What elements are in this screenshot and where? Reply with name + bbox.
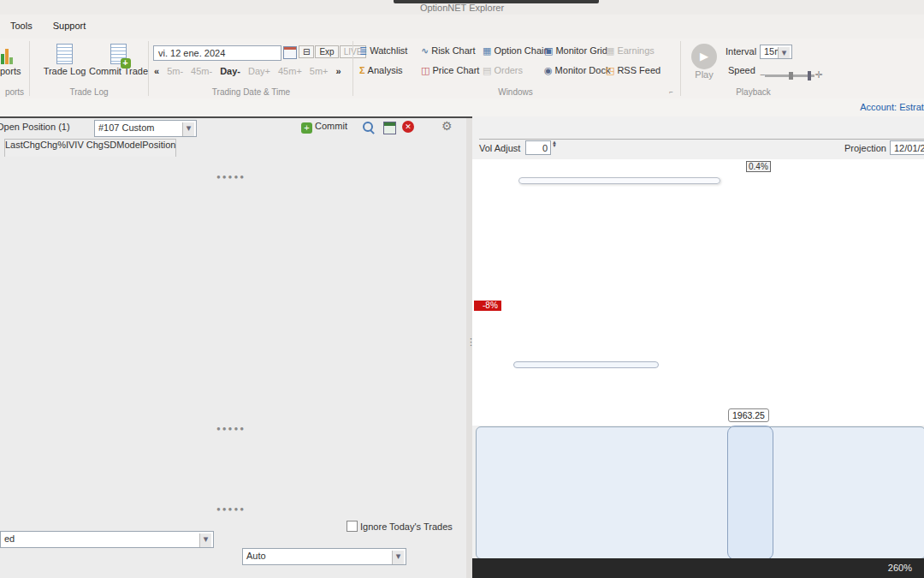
menu-item-support[interactable]: Support <box>43 15 97 31</box>
orders-icon: ▤ <box>483 65 491 75</box>
windows-row1: ≣Watchlist∿Risk Chart▦Option Chain▣Monit… <box>359 45 676 57</box>
rss-icon: ◳ <box>606 65 614 75</box>
spinner-arrows[interactable]: ▲▼ <box>552 140 557 147</box>
risk-chart-canvas <box>472 159 924 426</box>
column-header: IV Chg <box>74 140 104 150</box>
date-nav-Day+[interactable]: Day+ <box>248 66 270 76</box>
column-header: Model <box>116 140 142 150</box>
option-chain-bottom <box>0 431 466 507</box>
date-nav-Day-[interactable]: Day- <box>220 66 240 76</box>
monitor-grid-icon: ▣ <box>544 45 553 56</box>
windows-group-label: Windows <box>355 87 676 97</box>
position-summary-table: LastChgChg%IVIV ChgSDModelPosition <box>4 139 176 157</box>
vol-adjust-input[interactable]: 0 <box>525 140 551 155</box>
group-expand-icon[interactable]: ⌐ <box>669 88 673 96</box>
commit-button[interactable]: + Commit <box>301 121 347 134</box>
windows-button-option-chain[interactable]: ▦Option Chain <box>483 45 544 57</box>
interval-select[interactable]: 15m <box>760 45 792 59</box>
group-separator <box>680 41 681 96</box>
search-icon[interactable] <box>363 122 374 133</box>
windows-button-label: Orders <box>494 65 523 75</box>
ribbon-toolbar: ports ports Trade Log Commit Trade Trade… <box>0 39 924 99</box>
ignore-trades-checkbox[interactable]: Ignore Today's Trades <box>346 521 453 532</box>
speed-label: Speed <box>728 65 755 75</box>
vertical-splitter[interactable]: ⋮ <box>466 118 472 578</box>
column-header: Chg <box>23 140 40 150</box>
windows-button-risk-chart[interactable]: ∿Risk Chart <box>421 45 483 57</box>
windows-button-price-chart[interactable]: ◫Price Chart <box>421 65 483 76</box>
vol-adjust-label: Vol Adjust <box>479 143 520 153</box>
windows-button-label: Analysis <box>368 65 403 75</box>
interval-label: Interval <box>726 46 756 57</box>
positions-panel: Open Position (1) #107 Custom + Commit ✕… <box>0 118 466 578</box>
current-move-box: 0.4% <box>746 161 771 172</box>
commit-trade-button[interactable]: Commit Trade <box>89 44 147 76</box>
windows-button-earnings[interactable]: ▦Earnings <box>606 45 667 57</box>
windows-button-label: Risk Chart <box>431 45 475 56</box>
playback-group-label: Playback <box>683 87 824 97</box>
windows-button-monitor-grid[interactable]: ▣Monitor Grid <box>544 45 606 57</box>
column-header: SD <box>104 140 116 150</box>
column-header: IV <box>66 140 74 150</box>
exp-button[interactable]: Exp <box>315 45 338 58</box>
date-lines-annotation <box>513 361 659 368</box>
candlestick-icon: ◫ <box>421 65 429 75</box>
zoom-level: 260% <box>888 563 912 573</box>
windows-button-monitor-dock[interactable]: ◉Monitor Dock <box>544 65 606 76</box>
menu-item-tools[interactable]: Tools <box>0 15 43 31</box>
settings-gear-icon[interactable]: ⚙ <box>441 119 453 133</box>
trade-log-button[interactable]: Trade Log <box>41 44 88 76</box>
windows-button-orders[interactable]: ▤Orders <box>483 65 544 76</box>
list-icon: ≣ <box>359 45 367 56</box>
optionnet-explorer-window: OptionNET Explorer ToolsSupport ports po… <box>0 0 924 578</box>
date-nav-5m+[interactable]: 5m+ <box>310 66 329 76</box>
account-link[interactable]: Account: Estrate <box>860 102 924 112</box>
date-buttons: ⊟ExpLIVE <box>298 45 366 58</box>
table-header-row: LastChgChg%IVIV ChgSDModelPosition <box>4 139 176 157</box>
group-separator <box>148 41 149 96</box>
windows-button-label: Option Chain <box>494 45 548 56</box>
projection-date-input[interactable]: 12/01/20 <box>890 140 924 155</box>
menu-bar: ToolsSupport <box>0 15 924 39</box>
windows-button-watchlist[interactable]: ≣Watchlist <box>359 45 421 57</box>
windows-button-label: Price Chart <box>432 65 479 75</box>
greeks-grid <box>476 426 924 559</box>
windows-button-analysis[interactable]: ΣAnalysis <box>359 65 421 75</box>
reports-group-label: ports <box>0 87 29 97</box>
history-button[interactable]: ⊟ <box>299 45 314 58</box>
date-nav-«[interactable]: « <box>154 66 159 76</box>
datetime-group-label: Trading Date & Time <box>151 87 352 97</box>
speed-slider[interactable]: −✛ <box>760 69 823 80</box>
splitter-handle[interactable]: ●●●●● <box>205 505 257 513</box>
current-pnl-badge: -8% <box>474 301 501 311</box>
reports-button[interactable]: ports <box>0 45 21 76</box>
windows-button-label: Earnings <box>617 45 654 56</box>
date-nav-45m-[interactable]: 45m- <box>191 66 212 76</box>
account-bar: Account: Estrate <box>0 98 924 118</box>
windows-button-label: Monitor Dock <box>555 65 611 75</box>
trading-date-input[interactable]: vi. 12 ene. 2024 <box>153 45 281 61</box>
group-separator <box>29 41 30 96</box>
windows-button-rss-feed[interactable]: ◳RSS Feed <box>606 65 667 76</box>
bar-chart-icon <box>0 45 14 64</box>
current-price-box: 1963.25 <box>728 408 769 422</box>
trades-table <box>0 534 466 578</box>
window-title: OptionNET Explorer <box>0 3 924 13</box>
analysis-panel: Vol Adjust 0 ▲▼ Projection 12/01/20 0.4%… <box>472 116 924 578</box>
play-button[interactable]: ▶ Play <box>690 44 719 80</box>
date-nav-»[interactable]: » <box>336 66 341 76</box>
close-icon[interactable]: ✕ <box>402 121 414 133</box>
export-icon[interactable] <box>383 122 396 134</box>
option-chain-top <box>0 180 466 426</box>
position-legend <box>518 177 720 184</box>
column-header: Chg% <box>40 140 66 150</box>
date-nav-5m-[interactable]: 5m- <box>167 66 183 76</box>
position-select[interactable]: #107 Custom <box>94 120 197 137</box>
open-position-label: Open Position (1) <box>0 122 70 132</box>
earnings-icon: ▦ <box>606 45 614 56</box>
curve-icon: ∿ <box>421 45 429 56</box>
date-nav-45m+[interactable]: 45m+ <box>278 66 302 76</box>
calendar-icon[interactable] <box>283 46 297 61</box>
windows-button-label: Monitor Grid <box>555 45 607 56</box>
column-header: Last <box>5 140 23 150</box>
